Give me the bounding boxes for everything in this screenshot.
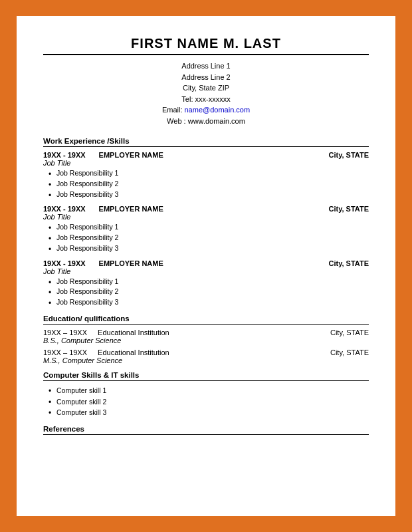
job2-title: Job Title bbox=[43, 213, 369, 221]
city-state-zip: City, State ZIP bbox=[43, 82, 369, 94]
job-header-1: 19XX - 19XX EMPLOYER NAME City, STATE bbox=[43, 151, 369, 159]
list-item: Computer skill 1 bbox=[56, 385, 369, 396]
edu1-degree: B.S., Computer Science bbox=[43, 336, 369, 344]
job3-title: Job Title bbox=[43, 267, 369, 275]
name-section: FIRST NAME M. LAST bbox=[43, 36, 369, 51]
job3-employer: EMPLOYER NAME bbox=[99, 259, 163, 267]
resume-name: FIRST NAME M. LAST bbox=[43, 36, 369, 51]
email-link[interactable]: name@domain.com bbox=[185, 106, 251, 114]
list-item: Job Responsibility 2 bbox=[56, 287, 369, 297]
list-item: Job Responsibility 2 bbox=[56, 179, 369, 190]
job2-dates: 19XX - 19XX bbox=[43, 205, 86, 213]
web-label: Web : bbox=[167, 117, 188, 125]
job1-city: City, STATE bbox=[329, 151, 369, 159]
contact-section: Address Line 1 Address Line 2 City, Stat… bbox=[43, 61, 369, 126]
computer-skills-section: Computer Skills & IT skills Computer ski… bbox=[43, 371, 369, 418]
education-entry-2: 19XX – 19XX Educational Institution City… bbox=[43, 348, 369, 364]
references-divider bbox=[43, 434, 369, 435]
job-header-3: 19XX - 19XX EMPLOYER NAME City, STATE bbox=[43, 259, 369, 267]
web-line: Web : www.domain.com bbox=[43, 116, 369, 127]
address-line2: Address Line 2 bbox=[43, 72, 369, 83]
job1-responsibilities: Job Responsibility 1 Job Responsibility … bbox=[43, 168, 369, 200]
list-item: Job Responsibility 1 bbox=[56, 277, 369, 287]
list-item: Job Responsibility 2 bbox=[56, 233, 369, 243]
job2-city: City, STATE bbox=[329, 205, 369, 213]
edu-header-2: 19XX – 19XX Educational Institution City… bbox=[43, 348, 369, 356]
job3-responsibilities: Job Responsibility 1 Job Responsibility … bbox=[43, 277, 369, 308]
edu2-city: City, STATE bbox=[330, 348, 369, 356]
education-section: Education/ qulifications 19XX – 19XX Edu… bbox=[43, 315, 369, 364]
job-entry-3: 19XX - 19XX EMPLOYER NAME City, STATE Jo… bbox=[43, 259, 369, 308]
job2-responsibilities: Job Responsibility 1 Job Responsibility … bbox=[43, 222, 369, 253]
email-label: Email: bbox=[162, 106, 185, 114]
edu1-city: City, STATE bbox=[330, 329, 369, 336]
references-heading: References bbox=[43, 425, 369, 433]
job3-city: City, STATE bbox=[329, 259, 369, 267]
list-item: Job Responsibility 3 bbox=[56, 190, 369, 200]
work-experience-section: Work Experience /Skills 19XX - 19XX EMPL… bbox=[43, 137, 369, 308]
job3-dates: 19XX - 19XX bbox=[43, 259, 86, 267]
computer-skills-heading: Computer Skills & IT skills bbox=[43, 371, 369, 379]
job-entry-1: 19XX - 19XX EMPLOYER NAME City, STATE Jo… bbox=[43, 151, 369, 200]
edu1-dates: 19XX – 19XX bbox=[43, 329, 87, 336]
education-divider bbox=[43, 324, 369, 325]
computer-skills-divider bbox=[43, 380, 369, 381]
list-item: Job Responsibility 1 bbox=[56, 222, 369, 233]
job1-employer: EMPLOYER NAME bbox=[99, 151, 163, 159]
skills-list: Computer skill 1 Computer skill 2 Comput… bbox=[43, 385, 369, 418]
job2-employer: EMPLOYER NAME bbox=[99, 205, 163, 213]
edu1-institution: Educational Institution bbox=[98, 329, 169, 336]
education-entry-1: 19XX – 19XX Educational Institution City… bbox=[43, 329, 369, 344]
edu2-dates: 19XX – 19XX bbox=[43, 348, 87, 356]
web-value: www.domain.com bbox=[188, 117, 245, 125]
address-line1: Address Line 1 bbox=[43, 61, 369, 72]
references-section: References bbox=[43, 425, 369, 435]
edu-header-1: 19XX – 19XX Educational Institution City… bbox=[43, 329, 369, 336]
job-header-2: 19XX - 19XX EMPLOYER NAME City, STATE bbox=[43, 205, 369, 213]
edu2-degree: M.S., Computer Science bbox=[43, 356, 369, 364]
list-item: Job Responsibility 3 bbox=[56, 297, 369, 308]
work-experience-heading: Work Experience /Skills bbox=[43, 137, 369, 145]
email-line: Email: name@domain.com bbox=[43, 104, 369, 116]
edu2-institution: Educational Institution bbox=[98, 348, 169, 356]
job1-title: Job Title bbox=[43, 159, 369, 167]
list-item: Computer skill 2 bbox=[56, 396, 369, 408]
name-divider bbox=[43, 54, 369, 55]
list-item: Computer skill 3 bbox=[56, 407, 369, 418]
work-experience-divider bbox=[43, 146, 369, 147]
education-heading: Education/ qulifications bbox=[43, 315, 369, 323]
tel: Tel: xxx-xxxxxx bbox=[43, 94, 369, 105]
resume-container: FIRST NAME M. LAST Address Line 1 Addres… bbox=[17, 16, 395, 516]
job-entry-2: 19XX - 19XX EMPLOYER NAME City, STATE Jo… bbox=[43, 205, 369, 253]
list-item: Job Responsibility 1 bbox=[56, 168, 369, 179]
list-item: Job Responsibility 3 bbox=[56, 243, 369, 254]
job1-dates: 19XX - 19XX bbox=[43, 151, 86, 159]
